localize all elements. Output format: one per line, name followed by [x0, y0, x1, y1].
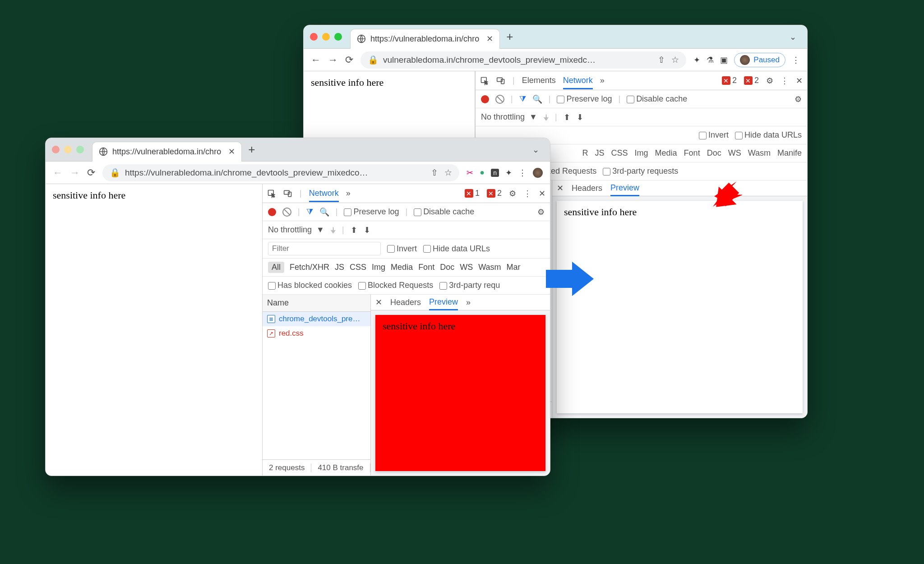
traffic-lights[interactable]: [310, 33, 342, 41]
more-tabs-icon[interactable]: »: [346, 189, 351, 198]
tab-list-button[interactable]: ⌄: [532, 145, 539, 155]
tab-network[interactable]: Network: [309, 189, 339, 202]
filter-all[interactable]: All: [268, 262, 284, 273]
forward-button[interactable]: →: [70, 167, 80, 179]
minimize-window-icon[interactable]: [322, 33, 330, 41]
kebab-icon[interactable]: ⋮: [781, 76, 789, 86]
tab-headers[interactable]: Headers: [390, 298, 421, 307]
tab-elements[interactable]: Elements: [522, 76, 556, 85]
hide-data-urls-checkbox[interactable]: Hide data URLs: [735, 130, 802, 140]
share-icon[interactable]: ⇧: [431, 167, 438, 178]
ext2-icon[interactable]: n: [491, 169, 499, 177]
panel-icon[interactable]: ▣: [720, 55, 728, 65]
download-har-icon[interactable]: ⬇: [364, 225, 370, 235]
maximize-window-icon[interactable]: [76, 146, 84, 153]
address-bar[interactable]: 🔒 https://vulnerabledoma.in/chrome_devto…: [102, 164, 459, 181]
close-window-icon[interactable]: [52, 146, 60, 153]
kebab-icon[interactable]: ⋮: [523, 189, 531, 199]
clear-icon[interactable]: [495, 95, 504, 104]
flask-icon[interactable]: ⚗: [707, 55, 714, 65]
filter-types-fragment[interactable]: R JS CSS Img Media Font Doc WS Wasm Mani…: [582, 148, 802, 158]
filter-ws[interactable]: WS: [460, 263, 473, 272]
filter-font[interactable]: Font: [418, 263, 434, 272]
filter-more[interactable]: Mar: [507, 263, 521, 272]
filter-js[interactable]: JS: [335, 263, 344, 272]
error-counter[interactable]: ✕1: [465, 189, 480, 198]
scissors-icon[interactable]: ✂: [467, 168, 473, 178]
close-window-icon[interactable]: [310, 33, 318, 41]
invert-checkbox[interactable]: Invert: [387, 244, 417, 254]
name-column-header[interactable]: Name: [263, 295, 370, 312]
wifi-icon[interactable]: ⏚: [544, 112, 549, 122]
settings-icon[interactable]: ⚙: [509, 189, 516, 199]
filter-input[interactable]: [268, 242, 381, 255]
filter-fetchxhr[interactable]: Fetch/XHR: [290, 263, 329, 272]
inspect-icon[interactable]: [480, 76, 489, 85]
close-detail-icon[interactable]: ✕: [557, 183, 564, 193]
error-counter[interactable]: ✕2: [722, 76, 737, 85]
back-button[interactable]: ←: [53, 167, 63, 179]
table-row[interactable]: ≣chrome_devtools_pre…: [263, 312, 370, 326]
device-toggle-icon[interactable]: [283, 189, 292, 198]
inspect-icon[interactable]: [267, 189, 276, 198]
third-party-checkbox[interactable]: 3rd-party requests: [603, 166, 678, 176]
tab-headers[interactable]: Headers: [572, 184, 602, 193]
minimize-window-icon[interactable]: [64, 146, 72, 153]
ext1-icon[interactable]: ●: [480, 168, 485, 177]
preserve-log-checkbox[interactable]: Preserve log: [344, 207, 399, 217]
forward-button[interactable]: →: [328, 54, 338, 66]
device-toggle-icon[interactable]: [496, 76, 505, 85]
disable-cache-checkbox[interactable]: Disable cache: [414, 207, 474, 217]
record-icon[interactable]: [481, 95, 489, 103]
preserve-log-checkbox[interactable]: Preserve log: [557, 94, 612, 104]
close-devtools-icon[interactable]: ✕: [539, 189, 545, 199]
new-tab-button[interactable]: +: [248, 143, 255, 157]
extensions-icon[interactable]: ✦: [505, 168, 512, 178]
close-devtools-icon[interactable]: ✕: [796, 76, 803, 86]
upload-har-icon[interactable]: ⬆: [351, 225, 357, 235]
settings-icon[interactable]: ⚙: [766, 76, 773, 86]
hide-data-urls-checkbox[interactable]: Hide data URLs: [423, 244, 490, 254]
close-tab-icon[interactable]: ✕: [228, 147, 235, 157]
network-settings-icon[interactable]: ⚙: [795, 94, 802, 104]
tab-preview[interactable]: Preview: [429, 297, 458, 310]
reload-button[interactable]: ⟳: [87, 167, 95, 179]
has-blocked-cookies-checkbox[interactable]: Has blocked cookies: [268, 281, 352, 290]
filter-toggle-icon[interactable]: ⧩: [519, 94, 526, 104]
throttling-select[interactable]: No throttling ▼: [268, 225, 324, 235]
browser-tab[interactable]: https://vulnerabledoma.in/chro ✕: [350, 29, 500, 49]
more-detail-tabs-icon[interactable]: »: [466, 298, 471, 307]
warn-counter[interactable]: ✕2: [744, 76, 759, 85]
browser-tab[interactable]: https://vulnerabledoma.in/chro ✕: [92, 142, 242, 162]
new-tab-button[interactable]: +: [506, 30, 513, 44]
reload-button[interactable]: ⟳: [345, 54, 353, 66]
tab-preview[interactable]: Preview: [610, 183, 639, 196]
menu-icon[interactable]: ⋮: [792, 55, 800, 65]
warn-counter[interactable]: ✕2: [487, 189, 502, 198]
network-settings-icon[interactable]: ⚙: [537, 207, 545, 217]
record-icon[interactable]: [268, 208, 276, 216]
close-tab-icon[interactable]: ✕: [486, 34, 493, 44]
third-party-checkbox[interactable]: 3rd-party requ: [439, 281, 500, 290]
bookmark-icon[interactable]: ☆: [671, 55, 679, 65]
back-button[interactable]: ←: [311, 54, 321, 66]
throttling-select[interactable]: No throttling ▼: [481, 112, 537, 122]
tab-network[interactable]: Network: [563, 76, 593, 89]
more-tabs-icon[interactable]: »: [600, 76, 605, 85]
avatar-icon[interactable]: [533, 168, 543, 178]
tab-list-button[interactable]: ⌄: [790, 32, 796, 42]
search-icon[interactable]: 🔍: [319, 207, 329, 217]
extensions-icon[interactable]: ✦: [693, 55, 700, 65]
invert-checkbox[interactable]: Invert: [699, 130, 729, 140]
close-detail-icon[interactable]: ✕: [375, 297, 382, 307]
share-icon[interactable]: ⇧: [658, 55, 665, 65]
filter-media[interactable]: Media: [391, 263, 413, 272]
upload-har-icon[interactable]: ⬆: [564, 112, 570, 122]
filter-toggle-icon[interactable]: ⧩: [306, 207, 313, 217]
menu-icon[interactable]: ⋮: [518, 168, 527, 178]
profile-paused-badge[interactable]: Paused: [734, 53, 785, 67]
table-row[interactable]: ↗red.css: [263, 326, 370, 341]
bookmark-icon[interactable]: ☆: [444, 167, 452, 178]
clear-icon[interactable]: [282, 208, 291, 217]
filter-wasm[interactable]: Wasm: [478, 263, 501, 272]
